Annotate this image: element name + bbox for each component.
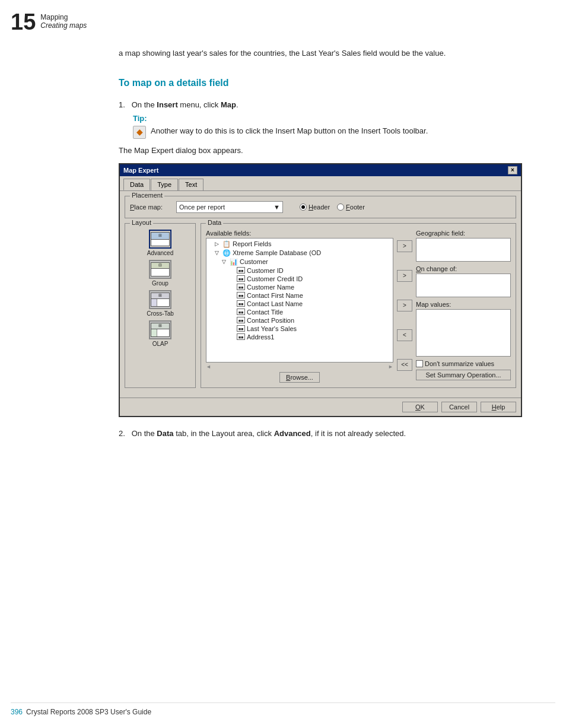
tree-item-credit-id[interactable]: ■■ Customer Credit ID	[208, 275, 392, 283]
step-2-number: 2.	[119, 429, 125, 438]
field-icon-customer-name: ■■	[237, 284, 245, 290]
expand-icon-customer: ▽	[222, 259, 228, 265]
footer-text: Crystal Reports 2008 SP3 User's Guide	[26, 708, 151, 716]
tree-item-first-name[interactable]: ■■ Contact First Name	[208, 291, 392, 300]
geographic-field-box[interactable]	[416, 238, 511, 262]
dialog-titlebar: Map Expert ×	[120, 164, 521, 176]
report-fields-text: Report Fields	[233, 240, 271, 247]
dialog-tabs: Data Type Text	[120, 176, 521, 191]
page-footer: 396 Crystal Reports 2008 SP3 User's Guid…	[11, 702, 555, 716]
field-icon-contact-title: ■■	[237, 309, 245, 315]
chapter-title: Mapping	[40, 13, 87, 21]
field-icon-credit-id: ■■	[237, 275, 245, 282]
tree-item-last-years-sales[interactable]: ■■ Last Year's Sales	[208, 325, 392, 333]
insert-map-icon: ◆	[133, 126, 146, 139]
field-icon-sales: ■■	[237, 325, 245, 332]
cancel-label: Cancel	[449, 403, 469, 411]
placement-row: Place map: Once per report ▼ Header	[130, 201, 511, 213]
ok-button[interactable]: OK	[402, 402, 438, 412]
map-values-box[interactable]	[416, 309, 511, 357]
group-icon: ⊟	[149, 260, 171, 279]
customer-name-text: Customer Name	[247, 284, 294, 291]
arrow-right-geo-button[interactable]: >	[397, 240, 412, 252]
chapter-info: Mapping Creating maps	[40, 11, 87, 30]
contact-title-text: Contact Title	[247, 309, 283, 316]
set-summary-operation-button[interactable]: Set Summary Operation...	[416, 370, 511, 380]
arrow-left-all-button[interactable]: <<	[397, 359, 412, 371]
dialog-close-button[interactable]: ×	[508, 166, 517, 174]
last-name-text: Contact Last Name	[247, 300, 303, 307]
report-fields-icon: 📋	[222, 240, 231, 248]
tab-data[interactable]: Data	[123, 179, 150, 190]
tree-item-report-fields: ▷ 📋 Report Fields	[208, 240, 392, 249]
main-content: a map showing last year's sales for the …	[119, 47, 542, 447]
tree-item-customer-id[interactable]: ■■ Customer ID	[208, 266, 392, 275]
placement-group: Placement Place map: Once per report ▼	[125, 196, 516, 218]
place-map-dropdown-wrapper[interactable]: Once per report ▼	[176, 201, 283, 213]
layout-group-item[interactable]: ⊟ Group	[149, 260, 171, 287]
customer-text: Customer	[240, 258, 268, 265]
place-map-label: Place map:	[130, 204, 171, 211]
address1-text: Address1	[247, 333, 274, 341]
layout-advanced[interactable]: ⊞ Advanced	[147, 230, 173, 256]
xtreme-icon: 🌐	[222, 249, 231, 257]
tab-type[interactable]: Type	[151, 179, 178, 190]
dialog-title: Map Expert	[123, 167, 158, 174]
field-icon-first-name: ■■	[237, 292, 245, 298]
scroll-left-icon: ◄	[206, 364, 211, 370]
field-icon-contact-position: ■■	[237, 317, 245, 323]
place-map-dropdown[interactable]: Once per report ▼	[176, 201, 283, 213]
field-icon-last-name: ■■	[237, 300, 245, 307]
field-icon-address1: ■■	[237, 333, 245, 340]
dont-summarize-checkbox[interactable]: Don't summarize values	[416, 360, 511, 367]
arrow-right-onchange-button[interactable]: >	[397, 270, 412, 282]
map-expert-dialog: Map Expert × Data Type Text Placement Pl…	[119, 163, 522, 417]
footer-page-number: 396	[11, 708, 23, 716]
step-1-label: 1. On the Insert menu, click Map.	[119, 100, 542, 109]
tree-item-customer-name[interactable]: ■■ Customer Name	[208, 283, 392, 291]
first-name-text: Contact First Name	[247, 292, 303, 299]
advanced-icon: ⊞	[149, 230, 171, 249]
tab-text[interactable]: Text	[179, 179, 203, 190]
tree-item-contact-title[interactable]: ■■ Contact Title	[208, 308, 392, 316]
header-radio-label: Header	[309, 204, 330, 211]
dialog-body: Placement Place map: Once per report ▼	[120, 191, 521, 398]
tip-text: Another way to do this is to click the I…	[151, 125, 428, 137]
fields-tree[interactable]: ▷ 📋 Report Fields ▽ 🌐 Xtreme Sample Data…	[206, 238, 393, 363]
step-2-item: Advanced	[274, 429, 311, 438]
help-button[interactable]: Help	[481, 402, 516, 412]
tip-content: ◆ Another way to do this is to click the…	[133, 125, 542, 139]
layout-legend: Layout	[130, 219, 153, 226]
set-summary-label: Set Summary Operation...	[425, 371, 501, 379]
layout-group: Layout ⊞	[125, 223, 196, 388]
layout-olap[interactable]: ⊞ OLAP	[149, 320, 171, 347]
arrow-left-button[interactable]: <	[397, 329, 412, 341]
browse-button[interactable]: Browse...	[279, 372, 320, 383]
step-1-container: 1. On the Insert menu, click Map. Tip: ◆…	[119, 100, 542, 417]
dont-summarize-label: Don't summarize values	[425, 360, 494, 367]
ok-label: K	[421, 403, 425, 411]
placement-radio-group: Header Footer	[300, 204, 365, 211]
step-1-number: 1.	[119, 100, 125, 109]
step-2-label: 2. On the Data tab, in the Layout area, …	[119, 429, 542, 438]
sales-text: Last Year's Sales	[247, 325, 297, 332]
tree-item-address1[interactable]: ■■ Address1	[208, 333, 392, 341]
dialog-appears-text: The Map Expert dialog box appears.	[119, 146, 542, 155]
arrow-right-values-button[interactable]: >	[397, 300, 412, 311]
footer-radio[interactable]: Footer	[337, 204, 365, 211]
data-inner: Available fields: ▷ 📋 Report Fields	[206, 230, 511, 383]
tree-item-last-name[interactable]: ■■ Contact Last Name	[208, 300, 392, 308]
section-heading: To map on a details field	[119, 78, 542, 88]
on-change-box[interactable]	[416, 274, 511, 297]
cancel-button[interactable]: Cancel	[441, 402, 477, 412]
tree-item-contact-position[interactable]: ■■ Contact Position	[208, 316, 392, 325]
header-radio[interactable]: Header	[300, 204, 330, 211]
dialog-footer: OK Cancel Help	[120, 398, 521, 416]
layout-crosstab[interactable]: ⊞ Cross-Tab	[147, 290, 174, 317]
tip-box: Tip: ◆ Another way to do this is to clic…	[133, 114, 542, 139]
credit-id-text: Customer Credit ID	[247, 275, 303, 282]
footer-radio-circle	[337, 204, 344, 211]
dont-summarize-box	[416, 360, 423, 367]
page-header: 15 Mapping Creating maps	[11, 11, 87, 33]
customer-icon: 📊	[230, 258, 238, 266]
